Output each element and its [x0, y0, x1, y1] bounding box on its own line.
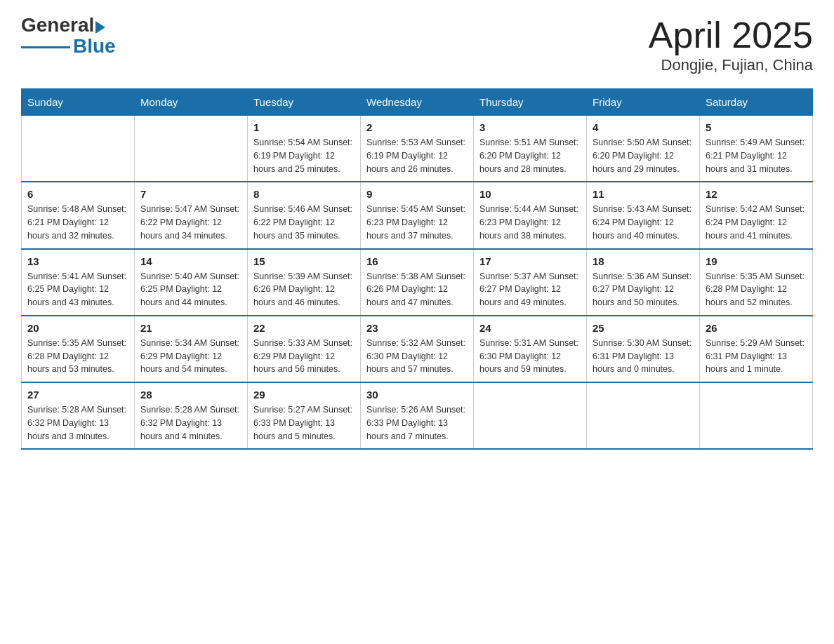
- logo-arrow-icon: [95, 21, 105, 34]
- day-info: Sunrise: 5:26 AM Sunset: 6:33 PM Dayligh…: [366, 403, 468, 443]
- day-number: 22: [253, 322, 355, 334]
- day-number: 11: [593, 188, 694, 200]
- day-number: 17: [479, 255, 581, 267]
- calendar-cell: 30Sunrise: 5:26 AM Sunset: 6:33 PM Dayli…: [361, 382, 474, 449]
- day-number: 26: [706, 322, 807, 334]
- day-number: 4: [593, 121, 694, 133]
- day-info: Sunrise: 5:28 AM Sunset: 6:32 PM Dayligh…: [27, 403, 128, 443]
- calendar-cell: [700, 382, 813, 449]
- calendar-cell: 26Sunrise: 5:29 AM Sunset: 6:31 PM Dayli…: [700, 316, 813, 382]
- calendar-title: April 2025: [649, 14, 813, 56]
- calendar-cell: 27Sunrise: 5:28 AM Sunset: 6:32 PM Dayli…: [22, 382, 135, 449]
- calendar-cell: [22, 116, 135, 182]
- day-info: Sunrise: 5:42 AM Sunset: 6:24 PM Dayligh…: [706, 203, 807, 242]
- day-number: 30: [366, 389, 468, 401]
- day-number: 3: [479, 121, 581, 133]
- calendar-cell: 7Sunrise: 5:47 AM Sunset: 6:22 PM Daylig…: [135, 182, 248, 248]
- day-number: 5: [706, 121, 807, 133]
- day-info: Sunrise: 5:33 AM Sunset: 6:29 PM Dayligh…: [253, 337, 355, 376]
- day-info: Sunrise: 5:29 AM Sunset: 6:31 PM Dayligh…: [706, 337, 807, 376]
- calendar-cell: 8Sunrise: 5:46 AM Sunset: 6:22 PM Daylig…: [248, 182, 361, 248]
- day-number: 1: [253, 121, 355, 133]
- calendar-cell: 11Sunrise: 5:43 AM Sunset: 6:24 PM Dayli…: [587, 182, 700, 248]
- day-number: 28: [140, 389, 241, 401]
- day-number: 27: [27, 389, 128, 401]
- calendar-cell: 15Sunrise: 5:39 AM Sunset: 6:26 PM Dayli…: [248, 249, 361, 316]
- day-info: Sunrise: 5:40 AM Sunset: 6:25 PM Dayligh…: [140, 270, 241, 309]
- calendar-cell: 25Sunrise: 5:30 AM Sunset: 6:31 PM Dayli…: [587, 316, 700, 382]
- day-info: Sunrise: 5:34 AM Sunset: 6:29 PM Dayligh…: [140, 337, 241, 376]
- day-info: Sunrise: 5:27 AM Sunset: 6:33 PM Dayligh…: [253, 403, 355, 443]
- day-number: 19: [706, 255, 807, 267]
- day-number: 15: [253, 255, 355, 267]
- day-info: Sunrise: 5:49 AM Sunset: 6:21 PM Dayligh…: [706, 136, 807, 175]
- logo: General Blue: [21, 14, 116, 58]
- calendar-week-4: 20Sunrise: 5:35 AM Sunset: 6:28 PM Dayli…: [22, 316, 813, 382]
- calendar-cell: 16Sunrise: 5:38 AM Sunset: 6:26 PM Dayli…: [361, 249, 474, 316]
- day-number: 7: [140, 188, 241, 200]
- calendar-week-1: 1Sunrise: 5:54 AM Sunset: 6:19 PM Daylig…: [22, 116, 813, 182]
- day-info: Sunrise: 5:48 AM Sunset: 6:21 PM Dayligh…: [27, 203, 128, 242]
- day-number: 2: [366, 121, 468, 133]
- calendar-cell: 18Sunrise: 5:36 AM Sunset: 6:27 PM Dayli…: [587, 249, 700, 316]
- day-info: Sunrise: 5:41 AM Sunset: 6:25 PM Dayligh…: [27, 270, 128, 309]
- col-saturday: Saturday: [700, 89, 813, 116]
- day-number: 16: [366, 255, 468, 267]
- calendar-cell: 21Sunrise: 5:34 AM Sunset: 6:29 PM Dayli…: [135, 316, 248, 382]
- day-info: Sunrise: 5:30 AM Sunset: 6:31 PM Dayligh…: [593, 337, 694, 376]
- col-thursday: Thursday: [474, 89, 587, 116]
- day-number: 18: [593, 255, 694, 267]
- logo-blue-text: Blue: [73, 35, 116, 58]
- calendar-week-2: 6Sunrise: 5:48 AM Sunset: 6:21 PM Daylig…: [22, 182, 813, 248]
- calendar-cell: 12Sunrise: 5:42 AM Sunset: 6:24 PM Dayli…: [700, 182, 813, 248]
- title-section: April 2025 Dongjie, Fujian, China: [649, 14, 813, 74]
- calendar-body: 1Sunrise: 5:54 AM Sunset: 6:19 PM Daylig…: [22, 116, 813, 450]
- header-row: Sunday Monday Tuesday Wednesday Thursday…: [22, 89, 813, 116]
- day-info: Sunrise: 5:35 AM Sunset: 6:28 PM Dayligh…: [706, 270, 807, 309]
- day-info: Sunrise: 5:51 AM Sunset: 6:20 PM Dayligh…: [479, 136, 581, 175]
- day-number: 9: [366, 188, 468, 200]
- calendar-cell: 20Sunrise: 5:35 AM Sunset: 6:28 PM Dayli…: [22, 316, 135, 382]
- calendar-cell: [135, 116, 248, 182]
- calendar-cell: 3Sunrise: 5:51 AM Sunset: 6:20 PM Daylig…: [474, 116, 587, 182]
- calendar-cell: 13Sunrise: 5:41 AM Sunset: 6:25 PM Dayli…: [22, 249, 135, 316]
- calendar-cell: [587, 382, 700, 449]
- calendar-cell: 10Sunrise: 5:44 AM Sunset: 6:23 PM Dayli…: [474, 182, 587, 248]
- col-tuesday: Tuesday: [248, 89, 361, 116]
- day-number: 29: [253, 389, 355, 401]
- day-info: Sunrise: 5:38 AM Sunset: 6:26 PM Dayligh…: [366, 270, 468, 309]
- day-number: 13: [27, 255, 128, 267]
- calendar-cell: 1Sunrise: 5:54 AM Sunset: 6:19 PM Daylig…: [248, 116, 361, 182]
- calendar-cell: 19Sunrise: 5:35 AM Sunset: 6:28 PM Dayli…: [700, 249, 813, 316]
- calendar-header: Sunday Monday Tuesday Wednesday Thursday…: [22, 89, 813, 116]
- day-number: 12: [706, 188, 807, 200]
- day-info: Sunrise: 5:31 AM Sunset: 6:30 PM Dayligh…: [479, 337, 581, 376]
- day-number: 14: [140, 255, 241, 267]
- day-info: Sunrise: 5:39 AM Sunset: 6:26 PM Dayligh…: [253, 270, 355, 309]
- calendar-cell: 2Sunrise: 5:53 AM Sunset: 6:19 PM Daylig…: [361, 116, 474, 182]
- logo-general-text: General: [21, 14, 94, 36]
- col-friday: Friday: [587, 89, 700, 116]
- calendar-cell: 14Sunrise: 5:40 AM Sunset: 6:25 PM Dayli…: [135, 249, 248, 316]
- calendar-cell: 6Sunrise: 5:48 AM Sunset: 6:21 PM Daylig…: [22, 182, 135, 248]
- day-number: 25: [593, 322, 694, 334]
- calendar-cell: 4Sunrise: 5:50 AM Sunset: 6:20 PM Daylig…: [587, 116, 700, 182]
- page-header: General Blue April 2025 Dongjie, Fujian,…: [21, 14, 813, 74]
- day-info: Sunrise: 5:46 AM Sunset: 6:22 PM Dayligh…: [253, 203, 355, 242]
- day-info: Sunrise: 5:54 AM Sunset: 6:19 PM Dayligh…: [253, 136, 355, 175]
- calendar-cell: 29Sunrise: 5:27 AM Sunset: 6:33 PM Dayli…: [248, 382, 361, 449]
- day-info: Sunrise: 5:37 AM Sunset: 6:27 PM Dayligh…: [479, 270, 581, 309]
- col-monday: Monday: [135, 89, 248, 116]
- day-number: 8: [253, 188, 355, 200]
- calendar-cell: 28Sunrise: 5:28 AM Sunset: 6:32 PM Dayli…: [135, 382, 248, 449]
- col-sunday: Sunday: [22, 89, 135, 116]
- day-info: Sunrise: 5:53 AM Sunset: 6:19 PM Dayligh…: [366, 136, 468, 175]
- day-info: Sunrise: 5:50 AM Sunset: 6:20 PM Dayligh…: [593, 136, 694, 175]
- day-number: 6: [27, 188, 128, 200]
- calendar-table: Sunday Monday Tuesday Wednesday Thursday…: [21, 88, 813, 450]
- col-wednesday: Wednesday: [361, 89, 474, 116]
- calendar-cell: 24Sunrise: 5:31 AM Sunset: 6:30 PM Dayli…: [474, 316, 587, 382]
- day-number: 10: [479, 188, 581, 200]
- day-info: Sunrise: 5:36 AM Sunset: 6:27 PM Dayligh…: [593, 270, 694, 309]
- calendar-subtitle: Dongjie, Fujian, China: [649, 56, 813, 74]
